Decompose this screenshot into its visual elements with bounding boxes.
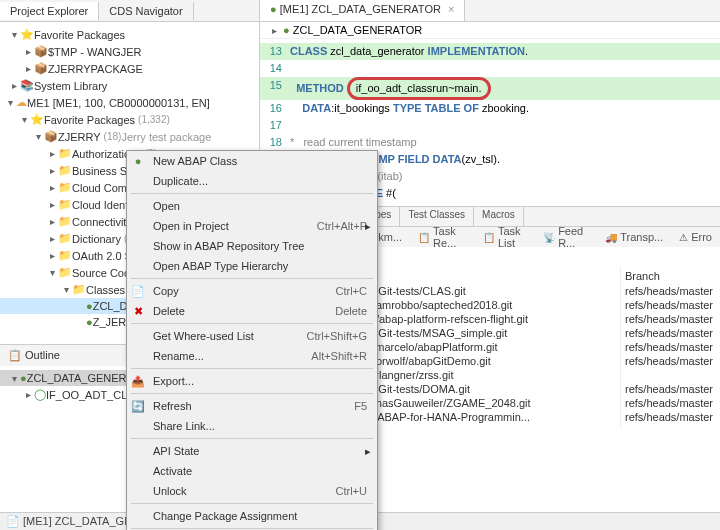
tab-project-explorer[interactable]: Project Explorer xyxy=(0,2,99,20)
menu-show-repo[interactable]: Show in ABAP Repository Tree xyxy=(127,236,377,256)
menu-new-class[interactable]: ●New ABAP Class xyxy=(127,151,377,171)
tree-zjerrypackage[interactable]: ▸📦 ZJERRYPACKAGE xyxy=(0,60,259,77)
menu-where-used[interactable]: Get Where-used ListCtrl+Shift+G xyxy=(127,326,377,346)
close-icon[interactable]: × xyxy=(448,3,454,15)
editor-tab-bar: ● [ME1] ZCL_DATA_GENERATOR × xyxy=(260,0,720,22)
left-tab-bar: Project Explorer CDS Navigator xyxy=(0,0,259,22)
table-row[interactable]: refs/heads/master xyxy=(625,410,716,424)
table-row[interactable]: refs/heads/master xyxy=(625,326,716,340)
tree-fav2[interactable]: ▾⭐ Favorite Packages(1,332) xyxy=(0,111,259,128)
editor-tab[interactable]: ● [ME1] ZCL_DATA_GENERATOR × xyxy=(260,0,465,21)
btab-macros[interactable]: Macros xyxy=(474,207,524,226)
context-menu: ●New ABAP Class Duplicate... Open Open i… xyxy=(126,150,378,530)
menu-copy[interactable]: 📄CopyCtrl+C xyxy=(127,281,377,301)
menu-open[interactable]: Open xyxy=(127,196,377,216)
table-row[interactable]: refs/heads/master xyxy=(625,284,716,298)
tab-cds-navigator[interactable]: CDS Navigator xyxy=(99,2,193,20)
menu-export[interactable]: 📤Export... xyxy=(127,371,377,391)
table-row[interactable]: refs/heads/master xyxy=(625,312,716,326)
menu-unlock[interactable]: UnlockCtrl+U xyxy=(127,481,377,501)
table-row[interactable]: refs/heads/master xyxy=(625,340,716,354)
menu-api-state[interactable]: API State▸ xyxy=(127,441,377,461)
ltab-error[interactable]: ⚠Erro xyxy=(671,227,720,247)
menu-rename[interactable]: Rename...Alt+Shift+R xyxy=(127,346,377,366)
ltab-task-repo[interactable]: 📋Task Re... xyxy=(410,227,475,247)
tree-fav-packages[interactable]: ▾⭐ Favorite Packages xyxy=(0,26,259,43)
menu-share[interactable]: Share Link... xyxy=(127,416,377,436)
table-row[interactable]: refs/heads/master xyxy=(625,354,716,368)
table-row[interactable]: refs/heads/master xyxy=(625,298,716,312)
tree-tmp[interactable]: ▸📦 $TMP - WANGJER xyxy=(0,43,259,60)
tree-me1[interactable]: ▾☁ ME1 [ME1, 100, CB0000000131, EN] xyxy=(0,94,259,111)
tree-sys-library[interactable]: ▸📚 System Library xyxy=(0,77,259,94)
branch-column-header: Branch xyxy=(625,270,716,284)
menu-activate[interactable]: Activate xyxy=(127,461,377,481)
editor-subtab[interactable]: ▸ ● ZCL_DATA_GENERATOR xyxy=(260,22,720,39)
ltab-feed[interactable]: 📡Feed R... xyxy=(535,227,597,247)
menu-open-hierarchy[interactable]: Open ABAP Type Hierarchy xyxy=(127,256,377,276)
btab-test-classes[interactable]: Test Classes xyxy=(400,207,474,226)
ltab-task-list[interactable]: 📋Task List xyxy=(475,227,535,247)
menu-delete[interactable]: ✖DeleteDelete xyxy=(127,301,377,321)
menu-change-pkg[interactable]: Change Package Assignment xyxy=(127,506,377,526)
table-row[interactable]: refs/heads/master xyxy=(625,382,716,396)
ltab-transport[interactable]: 🚚Transp... xyxy=(597,227,671,247)
table-row[interactable] xyxy=(625,368,716,382)
menu-refresh[interactable]: 🔄RefreshF5 xyxy=(127,396,377,416)
menu-duplicate[interactable]: Duplicate... xyxy=(127,171,377,191)
menu-open-project[interactable]: Open in ProjectCtrl+Alt+P▸ xyxy=(127,216,377,236)
tree-zjerry[interactable]: ▾📦 ZJERRY(18) Jerry test package xyxy=(0,128,259,145)
table-row[interactable]: refs/heads/master xyxy=(625,396,716,410)
